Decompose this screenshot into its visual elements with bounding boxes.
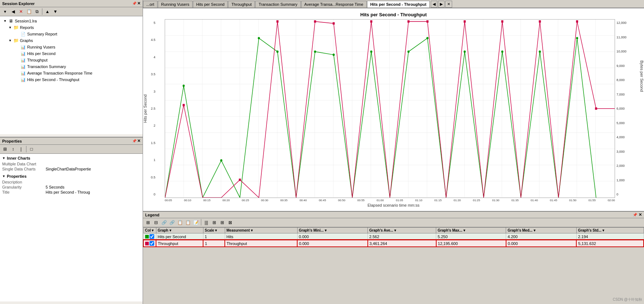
legend-btn11[interactable]: ⊠ <box>227 219 234 226</box>
legend-btn1[interactable]: ⊞ <box>144 219 152 226</box>
prop-sort-btn2[interactable]: ↕ <box>9 145 17 153</box>
col-header-measurement-sort[interactable]: ▾ <box>251 228 253 232</box>
tab-avgtx[interactable]: Average Transa...Response Time <box>301 1 367 8</box>
col-header-std-sort[interactable]: ▾ <box>602 228 604 232</box>
toolbar-dropdown-btn[interactable]: ▾ <box>1 8 9 15</box>
prop-label-description: Description <box>2 180 46 184</box>
chart-inner[interactable] <box>165 19 615 198</box>
col-header-std[interactable]: Graph's Std... ▾ <box>576 228 644 233</box>
chart-wrapper: 5 4.5 4 3.5 3 2.5 2 1.5 1 0.5 0 Hits per… <box>143 19 644 198</box>
legend-btn3[interactable]: 🔗 <box>160 219 168 226</box>
legend-title: Legend <box>145 213 159 217</box>
tab-close-btn[interactable]: ✕ <box>445 1 452 8</box>
col-header-avg-sort[interactable]: ▾ <box>394 228 396 232</box>
chart-area: Hits per Second - Throughput 5 4.5 4 3.5… <box>143 8 644 211</box>
x-label-23: 01:55 <box>588 199 595 202</box>
chart-title: Hits per Second - Throughput <box>143 12 644 17</box>
legend-btn8[interactable]: ||| <box>203 219 210 226</box>
col-header-med[interactable]: Graph's Med... ▾ <box>506 228 577 233</box>
properties-pin-icon[interactable]: 📌 <box>132 139 136 143</box>
col-header-max[interactable]: Graph's Max... ▾ <box>436 228 506 233</box>
col-header-col-text: Col <box>145 228 151 232</box>
legend-pin-icon[interactable]: 📌 <box>633 213 637 217</box>
tree-expand-reports[interactable]: ▼ <box>7 25 13 30</box>
legend-btn5[interactable]: 📋 <box>176 219 184 226</box>
toolbar-copy2-btn[interactable]: ⧉ <box>33 8 41 15</box>
green-dot-12 <box>539 51 541 53</box>
tab-throughput[interactable]: Throughput <box>228 1 255 8</box>
row2-min: 0.000 <box>297 240 368 247</box>
prop-sort-btn1[interactable]: ⊞ <box>1 145 9 153</box>
tree-item-avgtx[interactable]: ▶ 📊 Average Transaction Response Time <box>1 70 141 76</box>
tab-next-btn[interactable]: ▶ <box>438 1 445 8</box>
tree-item-throughput[interactable]: ▶ 📊 Throughput <box>1 57 141 63</box>
table-row-1[interactable]: Hits per Second 1 Hits 0.000 2.562 5.250… <box>143 233 644 240</box>
tab-hpsthroughput[interactable]: Hits per Second - Throughput <box>367 1 430 8</box>
pin-icon[interactable]: 📌 <box>132 1 136 5</box>
hps-chart-icon: 📊 <box>20 51 26 56</box>
properties-panel: Properties 📌 ✕ ⊞ ↕ | □ ▼ Inner Charts <box>0 138 143 304</box>
row1-checkbox[interactable] <box>150 234 154 239</box>
col-header-measurement[interactable]: Measurement ▾ <box>225 228 297 233</box>
tree-item-summary[interactable]: ▶ 📄 Summary Report <box>1 31 141 37</box>
col-header-min[interactable]: Graph's Mini... ▾ <box>297 228 368 233</box>
x-label-20: 01:40 <box>531 199 538 202</box>
avgtx-chart-icon: 📊 <box>20 71 26 76</box>
red-dot-5 <box>333 22 335 24</box>
col-header-graph-sort[interactable]: ▾ <box>169 228 171 232</box>
txsummary-chart-icon: 📊 <box>20 64 26 69</box>
tree-item-hps[interactable]: ▶ 📊 Hits per Second <box>1 50 141 57</box>
properties-close-icon[interactable]: ✕ <box>137 139 140 143</box>
prop-label-title: Title <box>2 190 46 194</box>
hpsthroughput-chart-icon: 📊 <box>20 77 26 82</box>
row2-checkbox[interactable] <box>150 241 154 246</box>
col-header-min-sort[interactable]: ▾ <box>325 228 327 232</box>
col-header-min-text: Graph's Mini... <box>299 228 324 232</box>
red-dot-13 <box>595 107 597 110</box>
legend-close-icon[interactable]: ✕ <box>639 212 642 217</box>
tab-prev-btn[interactable]: ◀ <box>431 1 437 8</box>
toolbar-down-btn[interactable]: ▼ <box>52 8 59 15</box>
col-header-avg[interactable]: Graph's Ave... ▾ <box>368 228 436 233</box>
table-row-2[interactable]: Throughput 1 Throughput 0.000 3,461.264 … <box>143 240 644 247</box>
tree-item-graphs[interactable]: ▼ 📁 Graphs <box>1 37 141 44</box>
properties-section-toggle[interactable]: ▼ <box>2 174 5 178</box>
tab-report[interactable]: ...ort <box>143 1 157 8</box>
col-header-graph[interactable]: Graph ▾ <box>156 228 203 233</box>
toolbar-copy-btn[interactable]: 📋 <box>25 8 33 15</box>
legend-btn6[interactable]: 📋 <box>184 219 191 226</box>
toolbar-back-btn[interactable]: ◀ <box>9 8 17 15</box>
tree-expand-session[interactable]: ▼ <box>2 18 8 24</box>
inner-charts-toggle[interactable]: ▼ <box>2 156 5 160</box>
col-header-col-sort[interactable]: ▾ <box>152 228 153 232</box>
inner-charts-label: Inner Charts <box>7 156 30 160</box>
prop-sort-btn3[interactable]: | <box>17 145 25 153</box>
x-label-2: 00:10 <box>184 199 191 202</box>
prop-extra-btn[interactable]: □ <box>28 145 35 153</box>
legend-btn10[interactable]: ⊞ <box>219 219 226 226</box>
toolbar-delete-btn[interactable]: ✕ <box>17 8 25 15</box>
tab-runvusers[interactable]: Running Vusers <box>158 1 193 8</box>
legend-btn4[interactable]: 🔗 <box>168 219 176 226</box>
tab-txsummary[interactable]: Transaction Summary <box>255 1 300 8</box>
tree-item-runvusers[interactable]: ▶ 📊 Running Vusers <box>1 44 141 50</box>
col-header-scale-sort[interactable]: ▾ <box>215 228 217 232</box>
close-icon[interactable]: ✕ <box>137 1 140 6</box>
tree-item-session[interactable]: ▼ 🖥 Session1.lra <box>1 18 141 24</box>
tree-expand-graphs[interactable]: ▼ <box>7 38 13 43</box>
col-header-max-sort[interactable]: ▾ <box>463 228 465 232</box>
col-header-med-sort[interactable]: ▾ <box>534 228 535 232</box>
tab-hps[interactable]: Hits per Second <box>193 1 228 8</box>
y-left-label-2: 2 <box>153 124 155 127</box>
col-header-col[interactable]: Col ▾ <box>143 228 156 233</box>
legend-btn9[interactable]: ⊞ <box>211 219 218 226</box>
tree-item-txsummary[interactable]: ▶ 📊 Transaction Summary <box>1 63 141 70</box>
tree-item-hpsthroughput[interactable]: ▶ 📊 Hits per Second - Throughput <box>1 76 141 83</box>
tree-item-reports[interactable]: ▼ 📁 Reports <box>1 24 141 31</box>
legend-btn7[interactable]: 📝 <box>192 219 199 226</box>
toolbar-up-btn[interactable]: ▲ <box>44 8 51 15</box>
tree-label-txsummary: Transaction Summary <box>27 64 66 69</box>
col-header-scale[interactable]: Scale ▾ <box>203 228 225 233</box>
summary-doc-icon: 📄 <box>20 31 26 37</box>
legend-btn2[interactable]: ⊟ <box>152 219 160 226</box>
